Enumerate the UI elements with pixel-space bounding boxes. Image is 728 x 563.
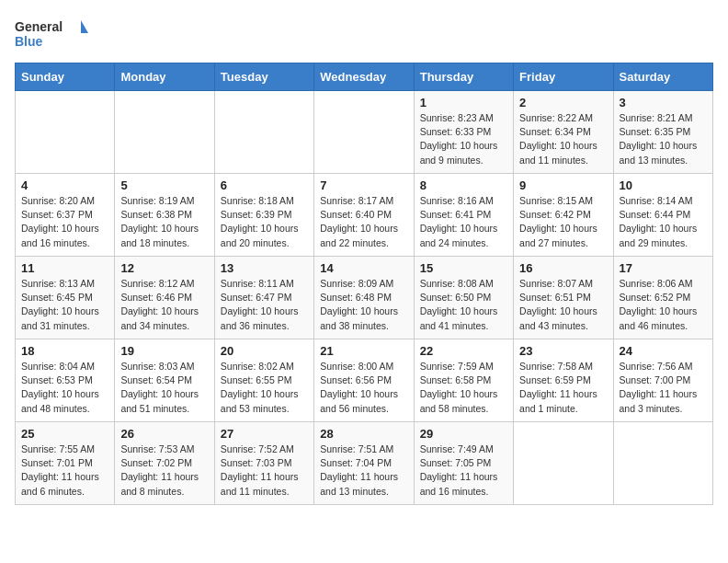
calendar-week-2: 4Sunrise: 8:20 AM Sunset: 6:37 PM Daylig… xyxy=(16,174,713,257)
day-number: 23 xyxy=(519,344,607,358)
day-info: Sunrise: 8:08 AM Sunset: 6:50 PM Dayligh… xyxy=(420,277,507,333)
day-number: 20 xyxy=(221,344,308,358)
calendar-cell: 9Sunrise: 8:15 AM Sunset: 6:42 PM Daylig… xyxy=(514,174,613,257)
weekday-header-monday: Monday xyxy=(115,63,214,91)
calendar-cell: 29Sunrise: 7:49 AM Sunset: 7:05 PM Dayli… xyxy=(414,422,513,505)
svg-text:Blue: Blue xyxy=(15,34,43,49)
svg-text:General: General xyxy=(15,19,63,34)
day-number: 3 xyxy=(620,96,707,109)
weekday-header-tuesday: Tuesday xyxy=(214,63,313,91)
day-info: Sunrise: 7:55 AM Sunset: 7:01 PM Dayligh… xyxy=(21,442,108,499)
calendar-week-5: 25Sunrise: 7:55 AM Sunset: 7:01 PM Dayli… xyxy=(16,422,713,505)
day-number: 29 xyxy=(420,427,507,441)
day-info: Sunrise: 8:02 AM Sunset: 6:55 PM Dayligh… xyxy=(221,360,308,416)
day-info: Sunrise: 8:21 AM Sunset: 6:35 PM Dayligh… xyxy=(620,111,707,167)
calendar-cell: 25Sunrise: 7:55 AM Sunset: 7:01 PM Dayli… xyxy=(16,422,115,505)
page-header: General Blue xyxy=(15,15,713,55)
day-info: Sunrise: 7:59 AM Sunset: 6:58 PM Dayligh… xyxy=(420,360,507,416)
day-info: Sunrise: 8:19 AM Sunset: 6:38 PM Dayligh… xyxy=(120,194,208,250)
day-info: Sunrise: 8:17 AM Sunset: 6:40 PM Dayligh… xyxy=(320,194,407,250)
day-number: 12 xyxy=(120,261,208,275)
calendar-cell: 12Sunrise: 8:12 AM Sunset: 6:46 PM Dayli… xyxy=(115,257,214,339)
day-info: Sunrise: 8:11 AM Sunset: 6:47 PM Dayligh… xyxy=(221,277,308,333)
calendar-cell: 20Sunrise: 8:02 AM Sunset: 6:55 PM Dayli… xyxy=(214,339,313,422)
day-info: Sunrise: 8:14 AM Sunset: 6:44 PM Dayligh… xyxy=(620,194,707,250)
day-info: Sunrise: 7:52 AM Sunset: 7:03 PM Dayligh… xyxy=(221,442,308,499)
calendar-cell: 19Sunrise: 8:03 AM Sunset: 6:54 PM Dayli… xyxy=(115,339,214,422)
day-number: 22 xyxy=(420,344,507,358)
calendar-cell: 18Sunrise: 8:04 AM Sunset: 6:53 PM Dayli… xyxy=(16,339,115,422)
calendar-cell: 10Sunrise: 8:14 AM Sunset: 6:44 PM Dayli… xyxy=(613,174,712,257)
weekday-header-saturday: Saturday xyxy=(613,63,712,91)
calendar-cell: 26Sunrise: 7:53 AM Sunset: 7:02 PM Dayli… xyxy=(115,422,214,505)
calendar-cell xyxy=(214,91,313,174)
day-number: 13 xyxy=(221,261,308,275)
day-number: 16 xyxy=(519,261,607,275)
calendar-cell: 24Sunrise: 7:56 AM Sunset: 7:00 PM Dayli… xyxy=(613,339,712,422)
day-number: 2 xyxy=(519,96,607,109)
day-info: Sunrise: 7:58 AM Sunset: 6:59 PM Dayligh… xyxy=(519,360,607,416)
day-number: 8 xyxy=(420,178,507,192)
day-info: Sunrise: 8:09 AM Sunset: 6:48 PM Dayligh… xyxy=(320,277,407,333)
calendar-cell: 3Sunrise: 8:21 AM Sunset: 6:35 PM Daylig… xyxy=(613,91,712,174)
weekday-header-thursday: Thursday xyxy=(414,63,513,91)
calendar-cell xyxy=(613,422,712,505)
day-info: Sunrise: 8:03 AM Sunset: 6:54 PM Dayligh… xyxy=(120,360,208,416)
calendar-cell: 17Sunrise: 8:06 AM Sunset: 6:52 PM Dayli… xyxy=(613,257,712,339)
day-info: Sunrise: 8:00 AM Sunset: 6:56 PM Dayligh… xyxy=(320,360,407,416)
day-info: Sunrise: 7:49 AM Sunset: 7:05 PM Dayligh… xyxy=(420,442,507,499)
day-info: Sunrise: 8:22 AM Sunset: 6:34 PM Dayligh… xyxy=(519,111,607,167)
day-number: 4 xyxy=(21,178,108,192)
calendar-cell: 16Sunrise: 8:07 AM Sunset: 6:51 PM Dayli… xyxy=(514,257,613,339)
weekday-header-friday: Friday xyxy=(514,63,613,91)
day-info: Sunrise: 8:06 AM Sunset: 6:52 PM Dayligh… xyxy=(620,277,707,333)
day-number: 14 xyxy=(320,261,407,275)
day-number: 6 xyxy=(221,178,308,192)
day-info: Sunrise: 8:18 AM Sunset: 6:39 PM Dayligh… xyxy=(221,194,308,250)
day-info: Sunrise: 8:23 AM Sunset: 6:33 PM Dayligh… xyxy=(420,111,507,167)
day-number: 18 xyxy=(21,344,108,358)
day-info: Sunrise: 8:12 AM Sunset: 6:46 PM Dayligh… xyxy=(120,277,208,333)
calendar-cell: 4Sunrise: 8:20 AM Sunset: 6:37 PM Daylig… xyxy=(16,174,115,257)
calendar-cell: 13Sunrise: 8:11 AM Sunset: 6:47 PM Dayli… xyxy=(214,257,313,339)
weekday-header-wednesday: Wednesday xyxy=(314,63,414,91)
day-number: 19 xyxy=(120,344,208,358)
calendar-cell: 2Sunrise: 8:22 AM Sunset: 6:34 PM Daylig… xyxy=(514,91,613,174)
day-number: 1 xyxy=(420,96,507,109)
day-number: 26 xyxy=(120,427,208,441)
day-number: 15 xyxy=(420,261,507,275)
calendar-cell: 27Sunrise: 7:52 AM Sunset: 7:03 PM Dayli… xyxy=(214,422,313,505)
calendar-cell: 1Sunrise: 8:23 AM Sunset: 6:33 PM Daylig… xyxy=(414,91,513,174)
day-info: Sunrise: 8:15 AM Sunset: 6:42 PM Dayligh… xyxy=(519,194,607,250)
weekday-header-sunday: Sunday xyxy=(16,63,115,91)
day-info: Sunrise: 8:04 AM Sunset: 6:53 PM Dayligh… xyxy=(21,360,108,416)
day-info: Sunrise: 7:53 AM Sunset: 7:02 PM Dayligh… xyxy=(120,442,208,499)
calendar-cell xyxy=(314,91,414,174)
calendar-cell: 22Sunrise: 7:59 AM Sunset: 6:58 PM Dayli… xyxy=(414,339,513,422)
calendar-cell: 23Sunrise: 7:58 AM Sunset: 6:59 PM Dayli… xyxy=(514,339,613,422)
calendar-cell xyxy=(115,91,214,174)
calendar-cell xyxy=(514,422,613,505)
calendar-cell: 15Sunrise: 8:08 AM Sunset: 6:50 PM Dayli… xyxy=(414,257,513,339)
calendar-cell: 5Sunrise: 8:19 AM Sunset: 6:38 PM Daylig… xyxy=(115,174,214,257)
day-number: 10 xyxy=(620,178,707,192)
day-number: 5 xyxy=(120,178,208,192)
calendar-cell: 7Sunrise: 8:17 AM Sunset: 6:40 PM Daylig… xyxy=(314,174,414,257)
logo: General Blue xyxy=(15,15,88,55)
day-info: Sunrise: 8:13 AM Sunset: 6:45 PM Dayligh… xyxy=(21,277,108,333)
calendar-week-4: 18Sunrise: 8:04 AM Sunset: 6:53 PM Dayli… xyxy=(16,339,713,422)
day-number: 28 xyxy=(320,427,407,441)
day-number: 7 xyxy=(320,178,407,192)
calendar-cell: 8Sunrise: 8:16 AM Sunset: 6:41 PM Daylig… xyxy=(414,174,513,257)
day-number: 24 xyxy=(620,344,707,358)
day-info: Sunrise: 7:56 AM Sunset: 7:00 PM Dayligh… xyxy=(620,360,707,416)
calendar-table: SundayMondayTuesdayWednesdayThursdayFrid… xyxy=(15,63,713,505)
day-info: Sunrise: 8:20 AM Sunset: 6:37 PM Dayligh… xyxy=(21,194,108,250)
day-number: 11 xyxy=(21,261,108,275)
day-info: Sunrise: 8:07 AM Sunset: 6:51 PM Dayligh… xyxy=(519,277,607,333)
day-number: 27 xyxy=(221,427,308,441)
day-info: Sunrise: 7:51 AM Sunset: 7:04 PM Dayligh… xyxy=(320,442,407,499)
calendar-cell: 21Sunrise: 8:00 AM Sunset: 6:56 PM Dayli… xyxy=(314,339,414,422)
svg-marker-2 xyxy=(81,20,88,33)
calendar-cell: 28Sunrise: 7:51 AM Sunset: 7:04 PM Dayli… xyxy=(314,422,414,505)
